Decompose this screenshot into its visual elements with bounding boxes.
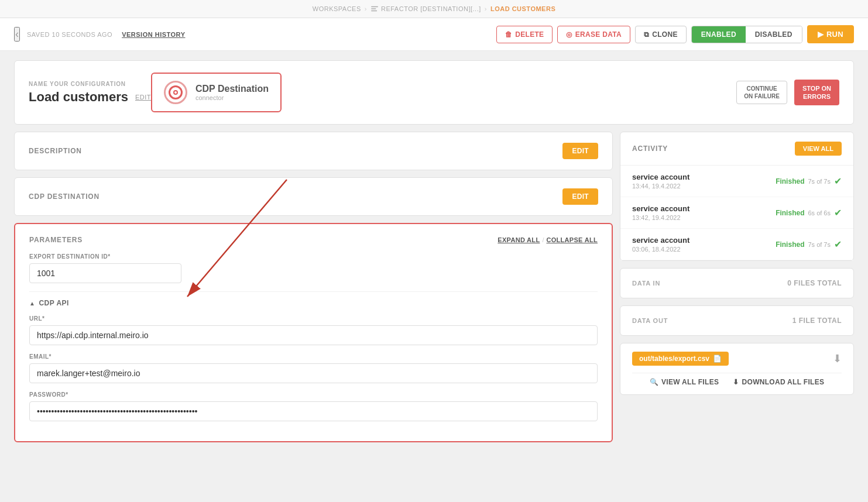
data-in-count: 0 FILES TOTAL xyxy=(787,279,842,287)
activity-item: service account 13:42, 19.4.2022 Finishe… xyxy=(620,197,853,229)
download-icon[interactable]: ⬇ xyxy=(833,352,842,365)
url-field: URL* xyxy=(29,315,598,345)
delete-button[interactable]: 🗑 DELETE xyxy=(496,26,553,43)
activity-time: 03:06, 18.4.2022 xyxy=(632,246,689,253)
activity-item: service account 13:44, 19.4.2022 Finishe… xyxy=(620,166,853,197)
data-in-section: DATA IN 0 FILES TOTAL xyxy=(620,268,854,298)
breadcrumb-refactor[interactable]: REFACTOR [DESTINATION][...] xyxy=(370,5,481,13)
version-history-link[interactable]: VERSION HISTORY xyxy=(122,31,185,38)
config-card: NAME YOUR CONFIGURATION Load customers E… xyxy=(14,60,854,125)
password-label: PASSWORD* xyxy=(29,391,598,398)
download-all-icon: ⬇ xyxy=(733,378,739,386)
finished-badge: Finished xyxy=(776,209,804,217)
description-edit-button[interactable]: EDIT xyxy=(562,143,598,159)
activity-duration: 7s of 7s xyxy=(808,241,831,248)
disabled-button[interactable]: DISABLED xyxy=(746,26,802,43)
play-icon: ▶ xyxy=(818,30,824,39)
activity-item: service account 03:06, 18.4.2022 Finishe… xyxy=(620,229,853,260)
activity-title: ACTIVITY xyxy=(632,145,668,153)
file-section: out/tables/export.csv 📄 ⬇ 🔍 VIEW ALL FIL… xyxy=(620,343,854,395)
enabled-disabled-toggle: ENABLED DISABLED xyxy=(691,26,802,43)
description-title: DESCRIPTION xyxy=(29,147,82,155)
activity-list: service account 13:44, 19.4.2022 Finishe… xyxy=(620,166,853,260)
description-section: DESCRIPTION EDIT xyxy=(14,132,613,170)
collapse-all-link[interactable]: COLLAPSE ALL xyxy=(546,236,598,243)
back-button[interactable]: ‹ xyxy=(14,27,20,42)
erase-data-button[interactable]: ◎ ERASE DATA xyxy=(557,26,630,43)
search-icon: 🔍 xyxy=(650,378,658,386)
cdp-destination-section: CDP DESTINATION EDIT xyxy=(14,177,613,216)
stop-on-errors-button[interactable]: STOP ONERRORS xyxy=(794,80,839,106)
check-icon: ✔ xyxy=(834,239,842,250)
download-all-files-button[interactable]: ⬇ DOWNLOAD ALL FILES xyxy=(733,378,824,386)
refactor-icon xyxy=(370,5,379,13)
activity-user: service account xyxy=(632,204,689,213)
saved-info: SAVED 10 SECONDS AGO xyxy=(27,31,112,38)
connector-icon xyxy=(164,81,187,104)
connector-sub: connector xyxy=(195,94,269,101)
file-tag[interactable]: out/tables/export.csv 📄 xyxy=(632,352,729,366)
chevron-up-icon: ▲ xyxy=(29,300,35,307)
run-button[interactable]: ▶ RUN xyxy=(807,25,854,43)
erase-icon: ◎ xyxy=(566,30,572,39)
email-field: EMAIL* xyxy=(29,353,598,383)
parameters-section: PARAMETERS EXPAND ALL / COLLAPSE ALL EXP… xyxy=(14,223,613,442)
clone-icon: ⧉ xyxy=(644,30,649,39)
finished-badge: Finished xyxy=(776,177,804,185)
data-in-title: DATA IN xyxy=(632,280,660,287)
url-label: URL* xyxy=(29,315,598,322)
data-out-title: DATA OUT xyxy=(632,317,668,324)
data-out-section: DATA OUT 1 FILE TOTAL xyxy=(620,305,854,336)
breadcrumb-active: LOAD CUSTOMERS xyxy=(490,5,555,12)
breadcrumb: WORKSPACES › REFACTOR [DESTINATION][...]… xyxy=(0,0,868,18)
file-icon: 📄 xyxy=(713,355,722,363)
config-label: NAME YOUR CONFIGURATION xyxy=(29,81,151,87)
activity-duration: 7s of 7s xyxy=(808,178,831,185)
connector-box: CDP Destination connector xyxy=(151,73,282,112)
export-dest-input[interactable] xyxy=(29,263,181,283)
cdp-destination-title: CDP DESTINATION xyxy=(29,192,100,201)
clone-button[interactable]: ⧉ CLONE xyxy=(635,26,687,43)
cdp-api-section-header[interactable]: ▲ CDP API xyxy=(29,299,598,307)
enabled-button[interactable]: ENABLED xyxy=(692,26,746,43)
header-bar: ‹ SAVED 10 SECONDS AGO VERSION HISTORY 🗑… xyxy=(0,18,868,51)
password-input[interactable] xyxy=(29,401,598,421)
cdp-destination-edit-button[interactable]: EDIT xyxy=(562,188,598,205)
activity-duration: 6s of 6s xyxy=(808,209,831,216)
data-out-count: 1 FILE TOTAL xyxy=(792,317,842,325)
url-input[interactable] xyxy=(29,325,598,345)
activity-section: ACTIVITY VIEW ALL service account 13:44,… xyxy=(620,132,854,261)
parameters-title: PARAMETERS xyxy=(29,236,83,244)
password-field: PASSWORD* xyxy=(29,391,598,421)
file-name: out/tables/export.csv xyxy=(639,355,709,363)
config-name: Load customers xyxy=(29,90,128,105)
activity-time: 13:44, 19.4.2022 xyxy=(632,183,689,190)
continue-on-failure-button[interactable]: CONTINUEON FAILURE xyxy=(736,81,787,104)
activity-user: service account xyxy=(632,236,689,245)
activity-user: service account xyxy=(632,173,689,181)
email-input[interactable] xyxy=(29,363,598,383)
breadcrumb-workspaces[interactable]: WORKSPACES xyxy=(313,5,361,12)
check-icon: ✔ xyxy=(834,176,842,187)
check-icon: ✔ xyxy=(834,207,842,218)
export-destination-field: EXPORT DESTINATION ID* xyxy=(29,253,598,283)
cdp-api-label: CDP API xyxy=(39,299,69,307)
expand-all-link[interactable]: EXPAND ALL xyxy=(498,236,540,243)
activity-time: 13:42, 19.4.2022 xyxy=(632,214,689,221)
export-dest-label: EXPORT DESTINATION ID* xyxy=(29,253,598,260)
expand-collapse-controls: EXPAND ALL / COLLAPSE ALL xyxy=(498,236,598,243)
connector-name: CDP Destination xyxy=(195,84,269,94)
config-name-edit[interactable]: EDIT xyxy=(135,94,151,101)
email-label: EMAIL* xyxy=(29,353,598,360)
view-all-files-button[interactable]: 🔍 VIEW ALL FILES xyxy=(650,378,719,386)
finished-badge: Finished xyxy=(776,240,804,249)
trash-icon: 🗑 xyxy=(505,30,512,39)
view-all-button[interactable]: VIEW ALL xyxy=(795,142,842,156)
